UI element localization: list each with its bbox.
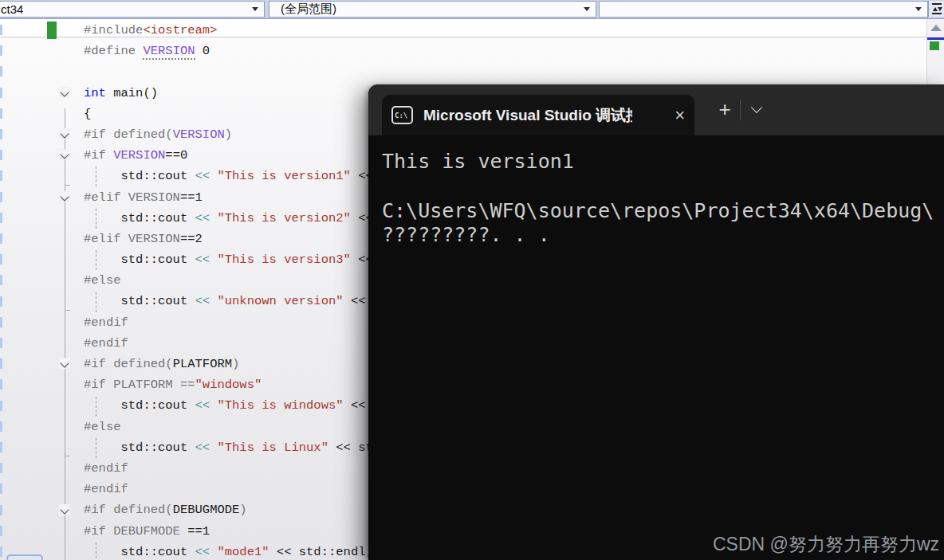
code-token: << (195, 441, 218, 455)
line-number-edge-mark (0, 192, 2, 202)
code-token: std::cout (84, 398, 195, 413)
code-token: #if DEBUFMODE (84, 524, 187, 538)
code-token: int (84, 86, 106, 100)
code-token: << (195, 545, 218, 559)
line-number-edge-mark (0, 254, 2, 264)
code-token: << (195, 253, 218, 267)
scrollbar-caret-marker (927, 37, 944, 40)
code-token: #elif VERSION (84, 190, 180, 205)
project-dropdown[interactable]: ct34 (0, 1, 265, 18)
terminal-title-bar: C:\ Microsoft Visual Studio 调试控 × + (368, 84, 944, 135)
line-number-edge-mark (0, 45, 2, 56)
code-token: #if defined( (84, 503, 173, 517)
titlebar-divider (740, 100, 741, 120)
close-tab-icon[interactable]: × (675, 107, 685, 124)
code-token: #endif (84, 315, 128, 330)
member-dropdown[interactable] (599, 1, 928, 18)
code-token: std::cout (84, 169, 195, 183)
line-number-edge-mark (0, 275, 2, 285)
scrollbar-change-marker (930, 41, 939, 50)
tab-dropdown-button[interactable] (753, 104, 762, 113)
line-number-edge-mark (0, 25, 2, 35)
code-token: ==1 (187, 524, 210, 538)
terminal-tab[interactable]: C:\ Microsoft Visual Studio 调试控 × (382, 95, 694, 135)
line-number-edge-mark (0, 213, 2, 223)
line-number-edge-mark (0, 526, 2, 536)
code-token: std::cout (84, 294, 195, 308)
terminal-line (382, 174, 944, 199)
project-dropdown-value: ct34 (0, 2, 23, 16)
code-token: ″This is windows″ (217, 398, 343, 413)
fold-chevron-icon[interactable] (61, 194, 68, 201)
terminal-line: C:\Users\WFQ\source\repos\Project34\x64\… (382, 199, 944, 224)
line-number-edge-mark (0, 66, 2, 76)
indent-guide-dashed (96, 292, 97, 312)
fold-end-tick (65, 185, 70, 186)
line-number-edge-mark (0, 296, 2, 307)
new-tab-button[interactable]: + (711, 96, 738, 124)
line-number-edge-mark (0, 129, 2, 139)
code-token: std::cout (84, 545, 195, 559)
code-token: #if defined( (84, 127, 173, 142)
code-token: std::cout (84, 211, 195, 225)
line-number-edge-mark (0, 442, 2, 452)
code-token: ) (239, 503, 246, 517)
fold-chevron-icon[interactable] (61, 89, 68, 96)
indent-guide-dashed (96, 209, 97, 229)
code-token: << std::endl; (269, 545, 373, 559)
terminal-tab-title: Microsoft Visual Studio 调试控 (423, 105, 632, 126)
fold-chevron-icon[interactable] (61, 360, 68, 367)
indent-guide-dashed (96, 250, 97, 270)
code-token: std::cout (84, 253, 195, 267)
fold-end-tick (65, 310, 70, 311)
code-token: std::cout (84, 441, 195, 455)
code-line[interactable]: #include<iostream> (0, 20, 944, 41)
terminal-line: This is version1 (382, 150, 944, 174)
code-token: ″This is Linux″ (217, 441, 328, 455)
debug-console-window[interactable]: C:\ Microsoft Visual Studio 调试控 × + This… (368, 84, 944, 560)
fold-chevron-icon[interactable] (61, 151, 68, 159)
cmd-prompt-icon: C:\ (391, 106, 413, 124)
code-token: 0 (195, 44, 210, 58)
line-number-edge-mark (0, 88, 2, 98)
chevron-down-icon (751, 102, 762, 113)
line-number-edge-mark (0, 358, 2, 369)
code-token: << (195, 294, 218, 308)
code-token: VERSION (173, 127, 225, 142)
fold-chevron-icon[interactable] (61, 507, 68, 514)
line-number-edge-mark (0, 484, 2, 494)
code-token: #define (84, 44, 143, 58)
line-number-edge-mark (0, 505, 2, 515)
editor-scrollbar[interactable] (926, 18, 944, 92)
code-token: ″This is version2″ (217, 211, 350, 225)
chevron-down-icon (584, 7, 590, 11)
watermark-text: CSDN @努力努力再努力wz (713, 532, 939, 557)
code-token: VERSION (143, 44, 195, 60)
code-token: ″windows″ (195, 378, 262, 392)
scope-dropdown-value: (全局范围) (269, 2, 336, 17)
scope-dropdown[interactable]: (全局范围) (269, 1, 596, 18)
line-number-edge-mark (0, 317, 2, 327)
terminal-output[interactable]: This is version1 C:\Users\WFQ\source\rep… (368, 135, 944, 248)
split-window-button[interactable] (928, 1, 944, 17)
code-token: #elif VERSION (84, 232, 180, 246)
code-token: { (84, 107, 91, 121)
scroll-up-icon[interactable] (930, 25, 942, 31)
indent-guide-dashed (96, 542, 97, 560)
code-token: #endif (84, 461, 128, 476)
line-number-edge-mark (0, 546, 2, 557)
indent-guide-dashed (96, 166, 97, 186)
code-line[interactable]: #define VERSION 0 (0, 41, 944, 61)
terminal-line: ?????????. . . (382, 223, 944, 248)
code-token: #if defined( (84, 357, 173, 371)
code-token: ==0 (165, 148, 187, 163)
code-token: << (195, 211, 218, 225)
code-token: #include (84, 23, 143, 37)
code-token: #endif (84, 336, 128, 350)
line-number-edge-mark (0, 338, 2, 348)
code-token: #endif (84, 482, 128, 496)
line-number-edge-mark (0, 108, 2, 119)
code-token: VERSION (113, 148, 165, 163)
code-line[interactable] (0, 61, 944, 82)
fold-chevron-icon[interactable] (61, 131, 68, 138)
